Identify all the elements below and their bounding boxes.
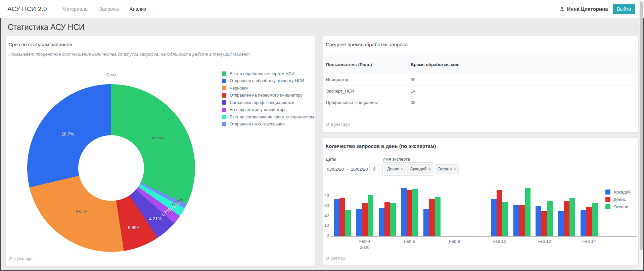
user-role-cell: Эксперт_НСИ bbox=[323, 89, 411, 94]
bar-аркадий[interactable] bbox=[581, 210, 586, 236]
x-axis-tick-label: Feb 42020 bbox=[359, 238, 370, 251]
bar-оксана[interactable] bbox=[368, 195, 373, 236]
history-clock-icon: ↺ bbox=[326, 122, 329, 127]
bar-оксана[interactable] bbox=[502, 202, 508, 236]
status-donut-chart[interactable]: 32.1%28.7%23.7%6.89%4.21%1.76%1.71%0.87% bbox=[27, 84, 195, 252]
legend-label: Взят в обработку экспертом НСИ bbox=[230, 71, 294, 76]
legend-swatch bbox=[222, 93, 226, 98]
status-panel-footer: ↺ a year ago bbox=[8, 256, 33, 261]
bar-аркадий[interactable] bbox=[334, 199, 339, 236]
bar-денис[interactable] bbox=[564, 201, 569, 236]
x-axis-tick-label: Feb 12 bbox=[538, 238, 551, 245]
legend-item[interactable]: Оксана bbox=[605, 203, 631, 210]
bar-денис[interactable] bbox=[384, 202, 390, 236]
bar-аркадий[interactable] bbox=[491, 199, 497, 236]
bar-денис[interactable] bbox=[407, 190, 412, 236]
legend-swatch bbox=[222, 122, 226, 126]
legend-swatch bbox=[605, 204, 610, 209]
legend-swatch bbox=[605, 197, 610, 202]
user-chip[interactable]: Инна Циаторина bbox=[559, 6, 608, 12]
legend-item[interactable]: Черновик bbox=[222, 85, 314, 92]
bar-денис[interactable] bbox=[362, 203, 368, 236]
bar-аркадий[interactable] bbox=[356, 209, 362, 236]
legend-label: Аркадий bbox=[613, 189, 631, 195]
legend-item[interactable]: Взят в обработку экспертом НСИ bbox=[222, 70, 314, 77]
legend-label: Черновик bbox=[230, 86, 248, 91]
menu-item-запросы[interactable]: Запросы bbox=[99, 6, 119, 12]
user-name: Инна Циаторина bbox=[567, 6, 608, 12]
page-title: Статистика АСУ НСИ bbox=[8, 23, 85, 32]
avg-updated-text: a year ago bbox=[331, 122, 350, 127]
avg-col-user: Пользователь (Роль) bbox=[323, 62, 411, 67]
menu-item-анализ[interactable]: Анализ bbox=[130, 6, 146, 12]
bar-денис[interactable] bbox=[586, 207, 592, 236]
bar-денис[interactable] bbox=[497, 190, 502, 236]
legend-item[interactable]: Согласован проф. специалистом bbox=[222, 99, 314, 106]
bar-аркадий[interactable] bbox=[536, 206, 541, 236]
daily-bar-chart: 010203040Feb 42020Feb 6Feb 8Feb 10Feb 12… bbox=[323, 138, 639, 265]
bar-денис[interactable] bbox=[339, 198, 345, 236]
user-icon bbox=[559, 6, 565, 12]
bar-plot-area bbox=[331, 186, 600, 236]
legend-item[interactable]: Отправлен на согласование bbox=[222, 121, 314, 128]
legend-swatch bbox=[605, 189, 610, 195]
bar-аркадий[interactable] bbox=[513, 205, 519, 236]
bar-денис[interactable] bbox=[541, 211, 547, 236]
legend-item[interactable]: Отправлен в обработку эксперту НСИ bbox=[222, 77, 314, 85]
legend-item[interactable]: Аркадий bbox=[605, 188, 631, 196]
history-clock-icon: ↺ bbox=[326, 256, 329, 261]
scrollbar-thumb[interactable] bbox=[640, 1, 643, 250]
bar-аркадий[interactable] bbox=[423, 209, 429, 236]
bar-group-feb-6 bbox=[398, 186, 421, 236]
bar-денис[interactable] bbox=[429, 199, 435, 236]
legend-item[interactable]: Взят на согласование проф. специалистом bbox=[222, 113, 314, 121]
y-axis-tick-label: 0 bbox=[322, 233, 329, 238]
bar-оксана[interactable] bbox=[412, 189, 418, 236]
status-panel-title: Срез по статусам запросов bbox=[8, 42, 72, 47]
y-axis-tick-label: 20 bbox=[322, 213, 329, 218]
bar-денис[interactable] bbox=[519, 205, 525, 236]
bar-оксана[interactable] bbox=[569, 198, 575, 236]
legend-item[interactable]: Денис bbox=[605, 196, 631, 203]
x-axis-line bbox=[331, 236, 637, 236]
legend-item[interactable]: Отправлен на пересмотр инициатору bbox=[222, 92, 314, 99]
status-panel: Срез по статусам запросов Показывает про… bbox=[5, 36, 315, 267]
legend-swatch bbox=[222, 79, 226, 83]
logout-button[interactable]: Выйти bbox=[613, 4, 635, 14]
status-updated-text: a year ago bbox=[13, 256, 33, 261]
legend-swatch bbox=[222, 86, 226, 90]
x-axis-tick-label: Feb 10 bbox=[493, 238, 506, 245]
daily-requests-panel: Количество запросов в день (по экспертам… bbox=[323, 138, 639, 265]
x-axis-tick-label: Feb 6 bbox=[404, 238, 415, 245]
bar-group-feb-4 bbox=[354, 186, 376, 236]
bar-оксана[interactable] bbox=[390, 203, 396, 236]
legend-label: Денис bbox=[613, 197, 626, 202]
bar-оксана[interactable] bbox=[592, 203, 598, 236]
legend-swatch bbox=[222, 71, 226, 76]
bar-оксана[interactable] bbox=[525, 188, 531, 236]
legend-label: Отправлен в обработку эксперту НСИ bbox=[230, 78, 304, 83]
legend-swatch bbox=[222, 115, 226, 119]
table-row: Эксперт_НСИ14 bbox=[323, 86, 638, 97]
page-scrollbar[interactable] bbox=[639, 1, 643, 270]
bar-group-feb-3 bbox=[331, 186, 354, 236]
table-row: Профильный_специалист33 bbox=[323, 97, 638, 108]
daily-updated-text: just now bbox=[331, 256, 346, 261]
bar-аркадий[interactable] bbox=[401, 188, 407, 236]
bar-group-feb-13 bbox=[555, 186, 578, 236]
status-legend: Взят в обработку экспертом НСИОтправлен … bbox=[222, 70, 314, 128]
y-axis-tick-label: 40 bbox=[322, 193, 329, 198]
legend-item[interactable]: На пересмотре у инициатора bbox=[222, 106, 314, 114]
bar-аркадий[interactable] bbox=[558, 211, 564, 236]
bar-оксана[interactable] bbox=[345, 210, 351, 236]
status-panel-subtitle: Показывает процентное соотношение количе… bbox=[8, 52, 250, 57]
menu-item-материалы[interactable]: Материалы bbox=[62, 6, 89, 12]
bar-аркадий[interactable] bbox=[379, 208, 384, 236]
bar-group-feb-7 bbox=[421, 186, 443, 236]
bar-group-feb-9 bbox=[466, 186, 488, 236]
legend-label: Оксана bbox=[613, 204, 628, 209]
legend-label: Отправлен на пересмотр инициатору bbox=[230, 93, 303, 98]
bar-оксана[interactable] bbox=[547, 201, 553, 236]
bar-оксана[interactable] bbox=[435, 197, 441, 236]
legend-swatch bbox=[222, 100, 226, 105]
